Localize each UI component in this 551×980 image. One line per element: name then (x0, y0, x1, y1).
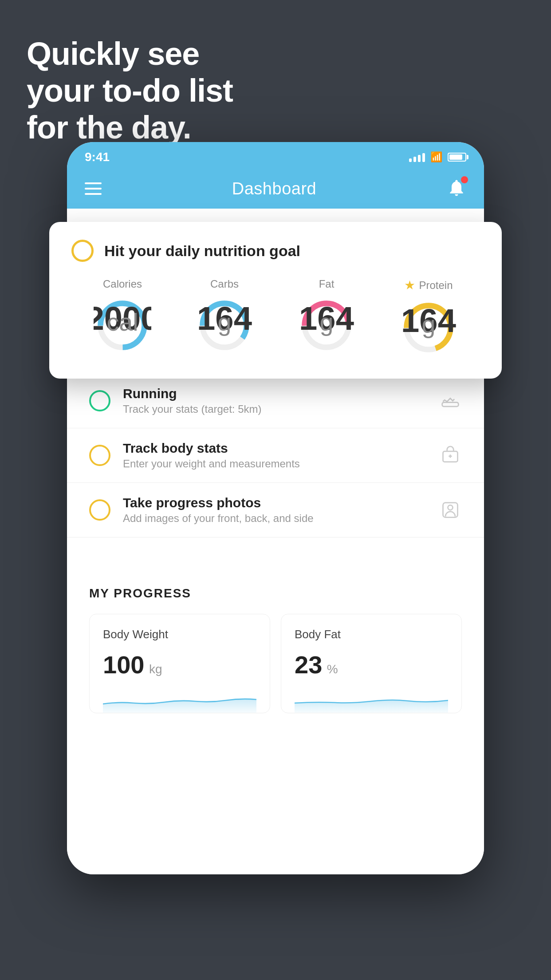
nutrition-card-title: Hit your daily nutrition goal (104, 242, 300, 260)
body-weight-chart (103, 686, 256, 713)
signal-icon (409, 152, 425, 162)
wifi-icon: 📶 (430, 151, 442, 163)
protein-label: ★ Protein (404, 278, 453, 292)
todo-circle-progress-photos (89, 499, 110, 521)
svg-point-5 (448, 505, 453, 510)
todo-title-progress-photos: Take progress photos (123, 495, 426, 510)
todo-title-running: Running (123, 386, 426, 401)
fat-label: Fat (319, 278, 335, 290)
body-fat-chart (295, 686, 448, 713)
hamburger-line (85, 188, 102, 190)
body-fat-value-row: 23 % (295, 650, 448, 679)
status-icons: 📶 (409, 151, 466, 163)
carbs-donut: 164 g (196, 296, 253, 354)
body-weight-value: 100 (103, 651, 144, 679)
body-fat-value: 23 (295, 651, 322, 679)
hamburger-line (85, 182, 102, 184)
svg-text:g: g (422, 311, 436, 338)
body-weight-title: Body Weight (103, 628, 256, 641)
calories-label: Calories (103, 278, 142, 290)
svg-text:cal: cal (106, 308, 138, 336)
todo-section: Running Track your stats (target: 5km) T… (67, 374, 484, 537)
nutrition-calories: Calories 2000 cal (94, 278, 151, 356)
battery-icon (448, 153, 466, 162)
todo-item-running[interactable]: Running Track your stats (target: 5km) (67, 374, 484, 428)
body-weight-card: Body Weight 100 kg (89, 614, 270, 713)
nutrition-protein: ★ Protein 164 g (400, 278, 457, 356)
svg-rect-0 (442, 403, 459, 407)
todo-circle-running (89, 390, 110, 411)
notification-bell-button[interactable] (447, 178, 466, 199)
nutrition-circle-check (71, 240, 94, 262)
todo-subtitle-running: Track your stats (target: 5km) (123, 403, 426, 415)
svg-text:g: g (218, 308, 232, 336)
shoe-icon (439, 389, 462, 412)
todo-text-running: Running Track your stats (target: 5km) (123, 386, 426, 415)
progress-section: MY PROGRESS Body Weight 100 kg (67, 564, 484, 731)
nutrition-fat: Fat 164 g (298, 278, 355, 356)
status-bar: 9:41 📶 (67, 142, 484, 169)
todo-title-body-stats: Track body stats (123, 441, 426, 456)
nutrition-circles: Calories 2000 cal Carbs 164 g Fat (71, 278, 480, 356)
progress-header: MY PROGRESS (89, 586, 462, 601)
nutrition-card: Hit your daily nutrition goal Calories 2… (49, 222, 502, 379)
protein-donut: 164 g (400, 299, 457, 356)
progress-cards: Body Weight 100 kg (89, 614, 462, 713)
todo-text-progress-photos: Take progress photos Add images of your … (123, 495, 426, 525)
todo-subtitle-body-stats: Enter your weight and measurements (123, 458, 426, 470)
todo-item-body-stats[interactable]: Track body stats Enter your weight and m… (67, 428, 484, 483)
hero-line3: for the day. (27, 109, 233, 146)
hamburger-menu[interactable] (85, 182, 102, 195)
star-icon: ★ (404, 278, 415, 292)
todo-item-progress-photos[interactable]: Take progress photos Add images of your … (67, 483, 484, 537)
scale-icon (439, 444, 462, 467)
hero-line2: your to-do list (27, 72, 233, 109)
body-weight-unit: kg (149, 662, 162, 676)
body-fat-card: Body Fat 23 % (281, 614, 462, 713)
calories-donut: 2000 cal (94, 296, 151, 354)
fat-donut: 164 g (298, 296, 355, 354)
todo-text-body-stats: Track body stats Enter your weight and m… (123, 441, 426, 470)
body-weight-value-row: 100 kg (103, 650, 256, 679)
person-icon (439, 498, 462, 522)
hamburger-line (85, 193, 102, 195)
status-time: 9:41 (85, 150, 110, 164)
carbs-label: Carbs (210, 278, 239, 290)
notification-dot (461, 176, 468, 183)
hero-line1: Quickly see (27, 36, 233, 72)
nutrition-carbs: Carbs 164 g (196, 278, 253, 356)
body-fat-unit: % (327, 662, 338, 676)
protein-text: Protein (419, 279, 453, 292)
todo-circle-body-stats (89, 445, 110, 466)
nav-bar: Dashboard (67, 169, 484, 209)
hero-text: Quickly see your to-do list for the day. (27, 36, 233, 146)
todo-subtitle-progress-photos: Add images of your front, back, and side (123, 512, 426, 525)
body-fat-title: Body Fat (295, 628, 448, 641)
nutrition-card-header: Hit your daily nutrition goal (71, 240, 480, 262)
nav-title: Dashboard (232, 179, 316, 198)
svg-text:g: g (320, 308, 334, 336)
